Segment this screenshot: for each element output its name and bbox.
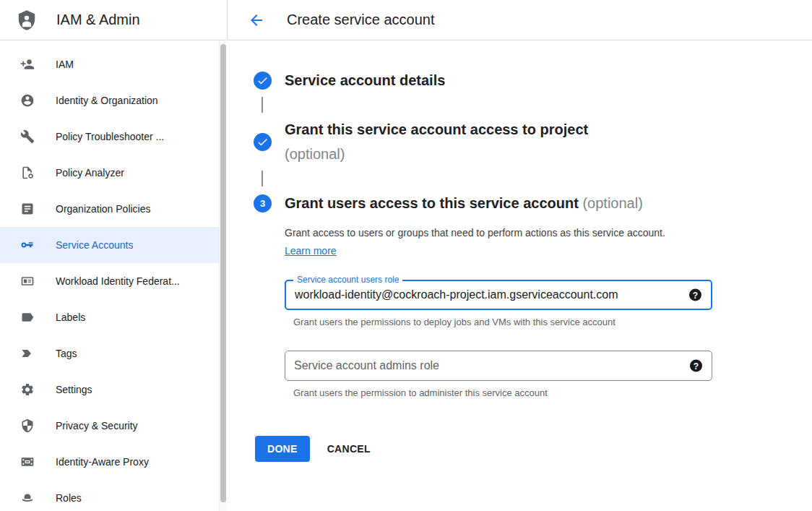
sidebar-item-label: Service Accounts xyxy=(56,239,133,251)
cancel-button[interactable]: CANCEL xyxy=(327,443,371,455)
person-add-icon xyxy=(20,57,35,72)
iam-admin-shield-icon xyxy=(16,9,38,31)
step3-section-body: Grant access to users or groups that nee… xyxy=(285,224,712,462)
sidebar-scrollbar-thumb[interactable] xyxy=(220,44,226,502)
back-arrow-icon[interactable] xyxy=(248,12,265,29)
wizard-content: Service account details Grant this servi… xyxy=(227,40,812,462)
document-icon xyxy=(20,202,35,216)
proxy-icon xyxy=(20,455,35,469)
sidebar: IAM & Admin IAM Identity & Organization … xyxy=(0,0,226,511)
step-grant-users-access: 3 Grant users access to this service acc… xyxy=(254,194,812,212)
step-complete-check-icon xyxy=(254,72,272,90)
label-tag-icon xyxy=(20,310,35,325)
sidebar-item-label: Roles xyxy=(56,492,82,504)
sidebar-item-labels[interactable]: Labels xyxy=(0,299,226,335)
step-number-badge: 3 xyxy=(254,194,272,212)
step-complete-check-icon xyxy=(254,133,272,151)
step-connector-line xyxy=(262,171,263,186)
step-optional-label: (optional) xyxy=(285,145,588,163)
sidebar-item-roles[interactable]: Roles xyxy=(0,480,226,511)
product-title: IAM & Admin xyxy=(56,12,140,28)
users-role-input[interactable] xyxy=(286,281,711,309)
sidebar-item-service-accounts[interactable]: Service Accounts xyxy=(0,227,226,263)
step-optional-label: (optional) xyxy=(582,195,642,211)
help-icon[interactable]: ? xyxy=(690,360,702,372)
sidebar-item-tags[interactable]: Tags xyxy=(0,335,226,372)
main-panel: Create service account Service account d… xyxy=(227,0,812,511)
service-account-users-role-field: Service account users role ? xyxy=(285,280,712,310)
admins-role-helper-text: Grant users the permission to administer… xyxy=(293,387,712,398)
account-circle-icon xyxy=(20,93,35,108)
step-title: Service account details xyxy=(285,72,445,88)
admins-role-input[interactable] xyxy=(285,351,712,380)
sidebar-header: IAM & Admin xyxy=(0,0,226,40)
sidebar-item-label: Workload Identity Federat... xyxy=(56,275,180,287)
badge-card-icon xyxy=(20,274,35,288)
sidebar-item-workload-identity-federation[interactable]: Workload Identity Federat... xyxy=(0,263,226,299)
sidebar-item-label: Identity & Organization xyxy=(56,95,158,106)
service-account-admins-role-field: ? xyxy=(285,351,712,381)
sidebar-item-policy-troubleshooter[interactable]: Policy Troubleshooter ... xyxy=(0,119,226,155)
sidebar-item-iam[interactable]: IAM xyxy=(0,46,226,82)
service-account-key-icon xyxy=(20,238,35,252)
sidebar-item-label: Tags xyxy=(56,348,77,359)
policy-analyzer-icon xyxy=(20,166,35,180)
help-icon[interactable]: ? xyxy=(689,289,701,301)
sidebar-item-identity-organization[interactable]: Identity & Organization xyxy=(0,82,226,119)
step-grant-access-to-project: Grant this service account access to pro… xyxy=(254,120,812,163)
step-title: Grant users access to this service accou… xyxy=(285,195,579,211)
sidebar-item-label: Settings xyxy=(56,384,92,395)
wrench-icon xyxy=(20,129,35,144)
section-description: Grant access to users or groups that nee… xyxy=(285,227,665,239)
step-service-account-details: Service account details xyxy=(254,71,812,90)
shield-icon xyxy=(20,418,35,433)
sidebar-item-label: Identity-Aware Proxy xyxy=(56,456,149,468)
step-title: Grant this service account access to pro… xyxy=(285,121,588,137)
sidebar-item-policy-analyzer[interactable]: Policy Analyzer xyxy=(0,155,226,191)
sidebar-item-label: IAM xyxy=(56,59,74,70)
sidebar-nav: IAM Identity & Organization Policy Troub… xyxy=(0,40,226,511)
sidebar-item-organization-policies[interactable]: Organization Policies xyxy=(0,191,226,227)
learn-more-link[interactable]: Learn more xyxy=(285,245,337,257)
users-role-helper-text: Grant users the permissions to deploy jo… xyxy=(293,317,712,327)
page-title: Create service account xyxy=(287,12,435,28)
sidebar-item-identity-aware-proxy[interactable]: Identity-Aware Proxy xyxy=(0,444,226,480)
sidebar-item-label: Privacy & Security xyxy=(56,420,138,431)
sidebar-item-label: Labels xyxy=(56,312,85,323)
step-connector-line xyxy=(262,97,263,113)
done-button[interactable]: DONE xyxy=(255,436,310,462)
sidebar-item-label: Policy Troubleshooter ... xyxy=(56,131,164,142)
tag-arrow-icon xyxy=(20,346,35,361)
sidebar-scrollbar-track[interactable] xyxy=(219,41,226,511)
hat-icon xyxy=(20,491,35,505)
sidebar-item-label: Policy Analyzer xyxy=(56,167,124,179)
sidebar-item-privacy-security[interactable]: Privacy & Security xyxy=(0,408,226,444)
page-header: Create service account xyxy=(227,0,812,40)
sidebar-item-settings[interactable]: Settings xyxy=(0,372,226,408)
sidebar-item-label: Organization Policies xyxy=(56,203,151,215)
action-buttons-row: DONE CANCEL xyxy=(255,436,712,462)
gear-icon xyxy=(20,382,35,397)
